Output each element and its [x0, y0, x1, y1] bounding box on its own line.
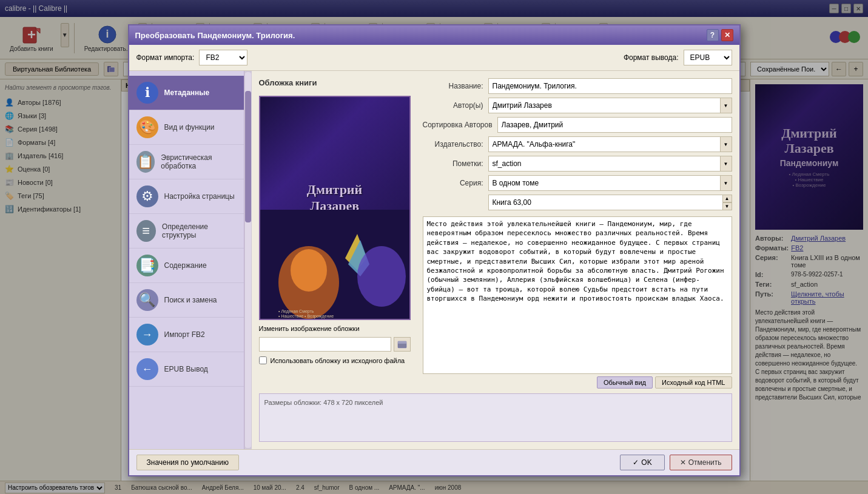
series-num-up[interactable]: ▲	[722, 195, 732, 202]
nav-item-page-settings[interactable]: ⚙ Настройка страницы	[129, 179, 244, 214]
cover-input-row	[259, 337, 411, 352]
nav-import-label: Импорт FB2	[164, 330, 205, 339]
footer-left: Значения по умолчанию	[136, 455, 239, 470]
series-num-input[interactable]	[488, 195, 732, 210]
title-input[interactable]	[488, 78, 732, 94]
nav-scroll-track	[245, 72, 251, 448]
title-label: Название:	[423, 82, 483, 90]
output-format-group: Формат вывода: EPUB	[624, 50, 732, 65]
ok-label: OK	[641, 458, 651, 467]
cancel-label: Отменить	[688, 458, 722, 467]
author-input[interactable]	[488, 98, 720, 113]
cover-browse-button[interactable]	[394, 337, 411, 352]
book-cover: ДмитрийЛазарев Пандемониум	[259, 96, 411, 320]
publisher-dropdown-button[interactable]: ▼	[720, 136, 732, 152]
html-view-button[interactable]: Исходный код HTML	[655, 376, 732, 389]
sort-authors-input[interactable]	[497, 117, 732, 133]
tags-input[interactable]	[488, 156, 720, 172]
svg-rect-37	[398, 341, 406, 344]
nav-metadata-label: Метаданные	[164, 88, 210, 97]
output-format-label: Формат вывода:	[624, 53, 679, 62]
modal-main: Обложка книги ДмитрийЛазарев Пандемониум	[252, 71, 739, 449]
nav-export-label: EPUB Вывод	[164, 365, 208, 373]
import-format-select[interactable]: FB2	[199, 50, 247, 65]
description-textarea[interactable]: Место действия этой увлекательнейшей кни…	[423, 216, 732, 374]
series-input[interactable]	[488, 175, 720, 191]
cover-size-text: Размеры обложки: 478 x 720 пикселей	[264, 399, 383, 406]
export-nav-icon: ←	[136, 358, 158, 380]
author-combo: ▼	[488, 98, 732, 113]
publisher-meta-label: Издательство:	[423, 140, 483, 149]
modal-format-row: Формат импорта: FB2 Формат вывода: EPUB	[129, 45, 739, 71]
cover-art-area: • Ледяная Смерть • Нашествие • Возрожден…	[260, 210, 409, 319]
ok-icon: ✓	[633, 458, 639, 467]
nav-scrollbar[interactable]	[244, 71, 252, 449]
convert-modal: Преобразовать Пандемониум. Трилогия. ? ✕…	[128, 24, 741, 476]
series-num-combo: ▲ ▼	[488, 195, 732, 210]
modal-close-button[interactable]: ✕	[721, 29, 733, 41]
nav-item-epub-output[interactable]: ← EPUB Вывод	[129, 352, 244, 387]
nav-item-contents[interactable]: 📑 Содержание	[129, 249, 244, 283]
cover-section-title: Обложка книги	[259, 78, 411, 87]
series-num-spinbox: ▲ ▼	[722, 195, 732, 210]
nav-view-label: Вид и функции	[164, 123, 215, 132]
contents-nav-icon: 📑	[136, 255, 158, 276]
series-num-row: ▲ ▼	[423, 195, 732, 210]
nav-contents-label: Содержание	[164, 261, 207, 270]
nav-item-search[interactable]: 🔍 Поиск и замена	[129, 283, 244, 318]
nav-item-import-fb2[interactable]: → Импорт FB2	[129, 318, 244, 352]
import-nav-icon: →	[136, 324, 158, 345]
publisher-input[interactable]	[488, 136, 720, 152]
metadata-nav-icon: ℹ	[136, 82, 158, 104]
cover-url-input[interactable]	[259, 337, 391, 352]
author-row: Автор(ы) ▼	[423, 98, 732, 113]
search-nav-icon: 🔍	[136, 289, 158, 311]
modal-title-bar: Преобразовать Пандемониум. Трилогия. ? ✕	[129, 25, 739, 45]
series-dropdown-button[interactable]: ▼	[720, 175, 732, 191]
cover-image: ДмитрийЛазарев Пандемониум	[260, 97, 409, 319]
cover-section: Обложка книги ДмитрийЛазарев Пандемониум	[259, 78, 732, 389]
author-dropdown-button[interactable]: ▼	[720, 98, 732, 113]
cover-size-area: Размеры обложки: 478 x 720 пикселей	[259, 393, 732, 442]
nav-structure-label: Определение структуры	[162, 222, 236, 239]
metadata-right: Название: Автор(ы) ▼ Сортировка Авторов	[423, 78, 732, 389]
nav-heuristics-label: Эвристическая обработка	[161, 153, 236, 170]
import-format-group: Формат импорта: FB2	[136, 50, 248, 65]
modal-help-button[interactable]: ?	[707, 29, 719, 41]
cancel-button[interactable]: ✕ Отменить	[670, 455, 732, 470]
tags-dropdown-button[interactable]: ▼	[720, 156, 732, 172]
cover-left: Обложка книги ДмитрийЛазарев Пандемониум	[259, 78, 411, 389]
sort-authors-label: Сортировка Авторов	[423, 121, 493, 129]
series-meta-row: Серия: ▼	[423, 175, 732, 191]
nav-item-view[interactable]: 🎨 Вид и функции	[129, 110, 244, 145]
defaults-button[interactable]: Значения по умолчанию	[136, 455, 239, 470]
import-format-label: Формат импорта:	[136, 53, 195, 62]
title-row: Название:	[423, 78, 732, 94]
output-format-select[interactable]: EPUB	[684, 50, 732, 65]
sort-authors-row: Сортировка Авторов	[423, 117, 732, 133]
description-section: Место действия этой увлекательнейшей кни…	[423, 216, 732, 389]
modal-overlay: Преобразовать Пандемониум. Трилогия. ? ✕…	[0, 0, 868, 494]
tags-meta-label: Пометки:	[423, 159, 483, 168]
cover-author-text: ДмитрийЛазарев	[307, 182, 362, 214]
tags-combo: ▼	[488, 156, 732, 172]
nav-item-metadata[interactable]: ℹ Метаданные	[129, 76, 244, 110]
nav-item-heuristics[interactable]: 📋 Эвристическая обработка	[129, 145, 244, 179]
footer-right: ✓ OK ✕ Отменить	[620, 455, 732, 470]
cancel-icon: ✕	[680, 458, 686, 467]
use-original-cover-row: Использовать обложку из исходного файла	[259, 356, 411, 364]
series-num-down[interactable]: ▼	[722, 202, 732, 210]
nav-item-structure[interactable]: ≡ Определение структуры	[129, 214, 244, 249]
author-label: Автор(ы)	[423, 101, 483, 110]
nav-page-settings-label: Настройка страницы	[164, 192, 235, 201]
heuristics-nav-icon: 📋	[136, 151, 155, 173]
normal-view-button[interactable]: Обычный вид	[597, 376, 653, 389]
use-original-cover-checkbox[interactable]	[259, 356, 267, 364]
page-settings-nav-icon: ⚙	[136, 185, 158, 207]
view-nav-icon: 🎨	[136, 116, 158, 138]
ok-button[interactable]: ✓ OK	[620, 455, 664, 470]
description-view-btns: Обычный вид Исходный код HTML	[423, 376, 732, 389]
modal-nav-container: ℹ Метаданные 🎨 Вид и функции 📋 Эвристиче…	[129, 71, 252, 449]
modal-footer: Значения по умолчанию ✓ OK ✕ Отменить	[129, 449, 739, 475]
tags-meta-row: Пометки: ▼	[423, 156, 732, 172]
